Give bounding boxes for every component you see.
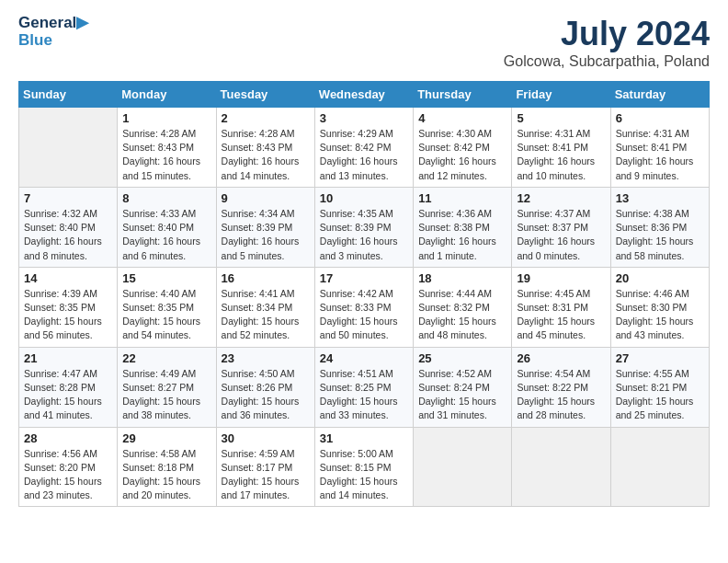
col-friday: Friday — [512, 82, 610, 108]
day-number: 21 — [24, 351, 112, 365]
day-number: 23 — [222, 351, 310, 365]
col-monday: Monday — [118, 82, 216, 108]
day-number: 16 — [222, 271, 310, 285]
page-subtitle: Golcowa, Subcarpathia, Poland — [504, 53, 710, 70]
cell-info: Sunrise: 4:31 AM Sunset: 8:41 PM Dayligh… — [616, 127, 704, 183]
day-number: 9 — [222, 191, 310, 205]
day-number: 2 — [222, 111, 310, 125]
cell-info: Sunrise: 4:40 AM Sunset: 8:35 PM Dayligh… — [122, 287, 210, 343]
table-cell: 11Sunrise: 4:36 AM Sunset: 8:38 PM Dayli… — [414, 187, 512, 267]
day-number: 6 — [616, 111, 704, 125]
cell-info: Sunrise: 5:00 AM Sunset: 8:15 PM Dayligh… — [320, 447, 408, 503]
table-cell: 26Sunrise: 4:54 AM Sunset: 8:22 PM Dayli… — [512, 347, 610, 427]
day-number: 27 — [616, 351, 704, 365]
day-number: 13 — [616, 191, 704, 205]
cell-info: Sunrise: 4:28 AM Sunset: 8:43 PM Dayligh… — [222, 127, 310, 183]
table-cell: 22Sunrise: 4:49 AM Sunset: 8:27 PM Dayli… — [118, 347, 216, 427]
table-cell: 5Sunrise: 4:31 AM Sunset: 8:41 PM Daylig… — [512, 108, 610, 188]
table-cell: 23Sunrise: 4:50 AM Sunset: 8:26 PM Dayli… — [216, 347, 314, 427]
table-cell: 25Sunrise: 4:52 AM Sunset: 8:24 PM Dayli… — [414, 347, 512, 427]
table-cell — [512, 427, 610, 507]
day-number: 17 — [320, 271, 408, 285]
day-number: 7 — [24, 191, 112, 205]
week-row-2: 7Sunrise: 4:32 AM Sunset: 8:40 PM Daylig… — [19, 187, 710, 267]
logo-general: General▶ — [18, 15, 88, 32]
table-cell: 9Sunrise: 4:34 AM Sunset: 8:39 PM Daylig… — [216, 187, 314, 267]
day-number: 22 — [122, 351, 210, 365]
week-row-1: 1Sunrise: 4:28 AM Sunset: 8:43 PM Daylig… — [19, 108, 710, 188]
day-number: 5 — [517, 111, 605, 125]
table-cell: 24Sunrise: 4:51 AM Sunset: 8:25 PM Dayli… — [314, 347, 413, 427]
col-saturday: Saturday — [610, 82, 709, 108]
day-number: 30 — [222, 431, 310, 445]
cell-info: Sunrise: 4:56 AM Sunset: 8:20 PM Dayligh… — [24, 447, 112, 503]
cell-info: Sunrise: 4:52 AM Sunset: 8:24 PM Dayligh… — [418, 367, 506, 423]
cell-info: Sunrise: 4:30 AM Sunset: 8:42 PM Dayligh… — [418, 127, 506, 183]
table-cell — [19, 108, 118, 188]
cell-info: Sunrise: 4:46 AM Sunset: 8:30 PM Dayligh… — [616, 287, 704, 343]
day-number: 8 — [122, 191, 210, 205]
day-number: 18 — [418, 271, 506, 285]
table-cell: 30Sunrise: 4:59 AM Sunset: 8:17 PM Dayli… — [216, 427, 314, 507]
table-cell: 31Sunrise: 5:00 AM Sunset: 8:15 PM Dayli… — [314, 427, 413, 507]
cell-info: Sunrise: 4:28 AM Sunset: 8:43 PM Dayligh… — [122, 127, 210, 183]
table-cell: 10Sunrise: 4:35 AM Sunset: 8:39 PM Dayli… — [314, 187, 413, 267]
day-number: 15 — [122, 271, 210, 285]
cell-info: Sunrise: 4:32 AM Sunset: 8:40 PM Dayligh… — [24, 207, 112, 263]
cell-info: Sunrise: 4:54 AM Sunset: 8:22 PM Dayligh… — [517, 367, 605, 423]
cell-info: Sunrise: 4:29 AM Sunset: 8:42 PM Dayligh… — [320, 127, 408, 183]
day-number: 20 — [616, 271, 704, 285]
cell-info: Sunrise: 4:31 AM Sunset: 8:41 PM Dayligh… — [517, 127, 605, 183]
cell-info: Sunrise: 4:47 AM Sunset: 8:28 PM Dayligh… — [24, 367, 112, 423]
cell-info: Sunrise: 4:59 AM Sunset: 8:17 PM Dayligh… — [222, 447, 310, 503]
table-cell: 13Sunrise: 4:38 AM Sunset: 8:36 PM Dayli… — [610, 187, 709, 267]
table-cell — [610, 427, 709, 507]
day-number: 3 — [320, 111, 408, 125]
day-number: 28 — [24, 431, 112, 445]
table-cell: 19Sunrise: 4:45 AM Sunset: 8:31 PM Dayli… — [512, 267, 610, 347]
day-number: 25 — [418, 351, 506, 365]
day-number: 4 — [418, 111, 506, 125]
table-cell: 27Sunrise: 4:55 AM Sunset: 8:21 PM Dayli… — [610, 347, 709, 427]
table-cell: 28Sunrise: 4:56 AM Sunset: 8:20 PM Dayli… — [19, 427, 118, 507]
col-sunday: Sunday — [19, 82, 118, 108]
day-number: 29 — [122, 431, 210, 445]
cell-info: Sunrise: 4:41 AM Sunset: 8:34 PM Dayligh… — [222, 287, 310, 343]
table-cell: 21Sunrise: 4:47 AM Sunset: 8:28 PM Dayli… — [19, 347, 118, 427]
cell-info: Sunrise: 4:44 AM Sunset: 8:32 PM Dayligh… — [418, 287, 506, 343]
table-cell: 29Sunrise: 4:58 AM Sunset: 8:18 PM Dayli… — [118, 427, 216, 507]
col-tuesday: Tuesday — [216, 82, 314, 108]
logo-blue: Blue — [18, 32, 52, 50]
cell-info: Sunrise: 4:45 AM Sunset: 8:31 PM Dayligh… — [517, 287, 605, 343]
day-number: 14 — [24, 271, 112, 285]
cell-info: Sunrise: 4:49 AM Sunset: 8:27 PM Dayligh… — [122, 367, 210, 423]
day-number: 24 — [320, 351, 408, 365]
table-cell: 17Sunrise: 4:42 AM Sunset: 8:33 PM Dayli… — [314, 267, 413, 347]
week-row-5: 28Sunrise: 4:56 AM Sunset: 8:20 PM Dayli… — [19, 427, 710, 507]
calendar-table: Sunday Monday Tuesday Wednesday Thursday… — [18, 81, 710, 507]
cell-info: Sunrise: 4:42 AM Sunset: 8:33 PM Dayligh… — [320, 287, 408, 343]
table-cell: 12Sunrise: 4:37 AM Sunset: 8:37 PM Dayli… — [512, 187, 610, 267]
calendar-header-row: Sunday Monday Tuesday Wednesday Thursday… — [19, 82, 710, 108]
day-number: 19 — [517, 271, 605, 285]
col-wednesday: Wednesday — [314, 82, 413, 108]
week-row-4: 21Sunrise: 4:47 AM Sunset: 8:28 PM Dayli… — [19, 347, 710, 427]
page-header: General▶ Blue July 2024 Golcowa, Subcarp… — [18, 15, 710, 70]
cell-info: Sunrise: 4:51 AM Sunset: 8:25 PM Dayligh… — [320, 367, 408, 423]
table-cell: 4Sunrise: 4:30 AM Sunset: 8:42 PM Daylig… — [414, 108, 512, 188]
cell-info: Sunrise: 4:34 AM Sunset: 8:39 PM Dayligh… — [222, 207, 310, 263]
table-cell: 20Sunrise: 4:46 AM Sunset: 8:30 PM Dayli… — [610, 267, 709, 347]
cell-info: Sunrise: 4:50 AM Sunset: 8:26 PM Dayligh… — [222, 367, 310, 423]
cell-info: Sunrise: 4:33 AM Sunset: 8:40 PM Dayligh… — [122, 207, 210, 263]
table-cell: 15Sunrise: 4:40 AM Sunset: 8:35 PM Dayli… — [118, 267, 216, 347]
cell-info: Sunrise: 4:58 AM Sunset: 8:18 PM Dayligh… — [122, 447, 210, 503]
table-cell: 1Sunrise: 4:28 AM Sunset: 8:43 PM Daylig… — [118, 108, 216, 188]
table-cell: 8Sunrise: 4:33 AM Sunset: 8:40 PM Daylig… — [118, 187, 216, 267]
table-cell — [414, 427, 512, 507]
day-number: 31 — [320, 431, 408, 445]
day-number: 10 — [320, 191, 408, 205]
day-number: 12 — [517, 191, 605, 205]
day-number: 26 — [517, 351, 605, 365]
table-cell: 18Sunrise: 4:44 AM Sunset: 8:32 PM Dayli… — [414, 267, 512, 347]
page-title: July 2024 — [504, 15, 710, 53]
